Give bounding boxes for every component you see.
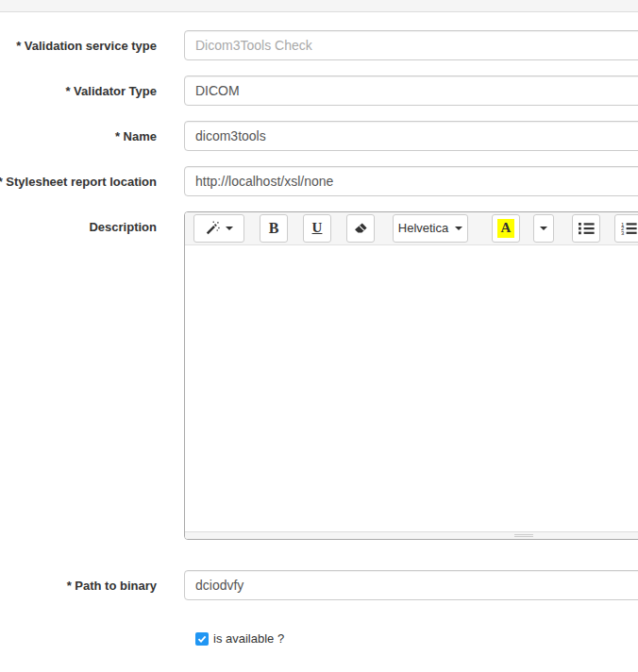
form-row-stylesheet-location: Stylesheet report location * bbox=[0, 166, 638, 196]
stylesheet-report-location-input[interactable] bbox=[184, 166, 638, 196]
font-family-value: Helvetica bbox=[398, 221, 448, 235]
chevron-down-icon bbox=[226, 227, 233, 230]
underline-icon: U bbox=[312, 221, 323, 235]
resize-grip-icon bbox=[514, 534, 533, 537]
unordered-list-button[interactable] bbox=[572, 214, 600, 243]
validator-type-label: Validator Type * bbox=[0, 84, 157, 98]
unordered-list-icon bbox=[579, 222, 595, 235]
font-color-button[interactable]: A bbox=[492, 214, 520, 243]
editor-toolbar: B U bbox=[185, 212, 638, 245]
form-row-validator-type: Validator Type * bbox=[0, 76, 638, 106]
validator-form-page: Validation service type * Validator Type… bbox=[0, 0, 638, 672]
path-to-binary-label: Path to binary * bbox=[0, 579, 157, 593]
magic-wand-icon bbox=[205, 221, 220, 236]
font-color-icon: A bbox=[497, 219, 515, 238]
validator-form: Validation service type * Validator Type… bbox=[0, 30, 638, 646]
form-row-name: Name * bbox=[0, 121, 638, 151]
form-row-validation-service-type: Validation service type * bbox=[0, 30, 638, 60]
eraser-icon bbox=[353, 221, 368, 236]
stylesheet-report-location-label: Stylesheet report location * bbox=[0, 175, 157, 189]
check-icon bbox=[197, 634, 207, 644]
name-input[interactable] bbox=[184, 121, 638, 151]
font-family-dropdown[interactable]: Helvetica bbox=[393, 214, 468, 243]
ordered-list-icon: 1 2 3 bbox=[621, 222, 637, 235]
path-to-binary-input[interactable] bbox=[184, 570, 638, 600]
form-row-is-available: is available ? bbox=[0, 631, 638, 646]
svg-text:3: 3 bbox=[621, 230, 625, 235]
underline-button[interactable]: U bbox=[303, 214, 331, 243]
editor-resize-bar[interactable] bbox=[185, 531, 638, 539]
name-label: Name * bbox=[0, 129, 157, 143]
description-label: Description bbox=[0, 211, 157, 234]
style-format-button[interactable] bbox=[193, 214, 244, 243]
chevron-down-icon bbox=[540, 227, 547, 230]
ordered-list-button[interactable]: 1 2 3 bbox=[614, 214, 638, 243]
panel-header-strip bbox=[0, 0, 638, 12]
form-row-path-to-binary: Path to binary * bbox=[0, 570, 638, 600]
bold-button[interactable]: B bbox=[260, 214, 288, 243]
description-editable-area[interactable] bbox=[185, 245, 638, 531]
description-rich-text-editor: B U bbox=[184, 211, 638, 540]
is-available-checkbox[interactable] bbox=[195, 632, 209, 646]
clear-formatting-button[interactable] bbox=[346, 214, 375, 243]
validator-type-input[interactable] bbox=[184, 76, 638, 106]
font-color-dropdown-button[interactable] bbox=[533, 214, 554, 243]
validation-service-type-label: Validation service type * bbox=[0, 39, 157, 53]
form-row-description: Description bbox=[0, 211, 638, 540]
validation-service-type-input[interactable] bbox=[184, 30, 638, 60]
is-available-label: is available ? bbox=[213, 631, 284, 646]
chevron-down-icon bbox=[455, 227, 462, 230]
bold-icon: B bbox=[269, 221, 279, 236]
